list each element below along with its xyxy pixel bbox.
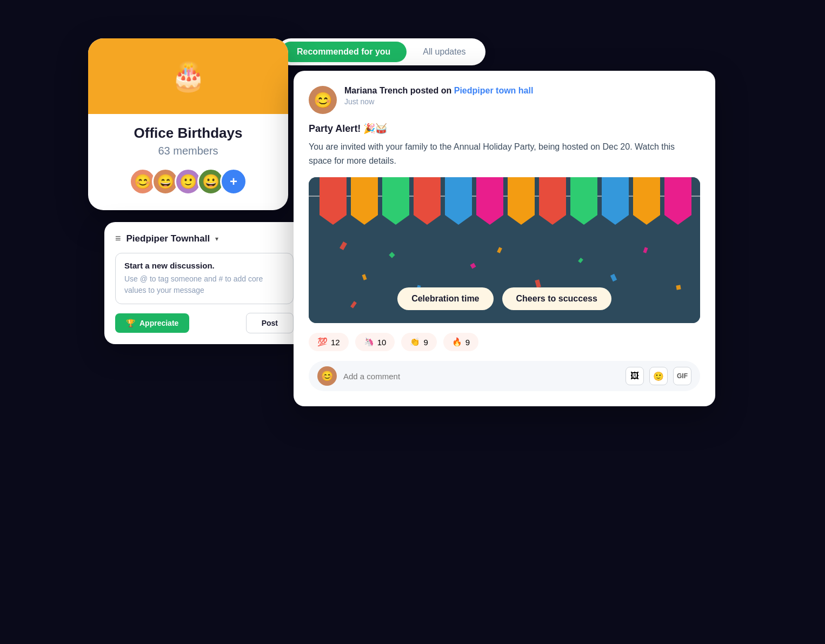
reaction-100[interactable]: 💯 12 (309, 333, 349, 351)
feed-card: 😊 Mariana Trench posted on Piedpiper tow… (294, 71, 715, 406)
gif-icon: GIF (677, 372, 688, 380)
commenter-avatar: 😊 (317, 366, 337, 386)
post-author: Mariana Trench posted on Piedpiper town … (344, 86, 533, 96)
birthdays-card-header: 🎂 (88, 38, 288, 114)
cake-icon: 🎂 (171, 60, 206, 93)
add-photo-icon: 🖼 (630, 371, 639, 381)
reaction-clap-emoji: 👏 (410, 337, 420, 347)
svg-marker-23 (570, 177, 597, 225)
discussion-heading: Start a new discussion. (124, 261, 284, 270)
svg-marker-21 (508, 177, 535, 225)
svg-marker-26 (664, 177, 691, 225)
party-banner: Celebration time Cheers to scuccess (309, 177, 700, 323)
member-avatars: 😊 😄 🙂 😀 + (101, 168, 275, 195)
reactions-row: 💯 12 🦄 10 👏 9 🔥 9 (309, 333, 700, 351)
townhall-title: Piedpiper Townhall (127, 233, 210, 244)
birthdays-card-body: Office Birthdays 63 members 😊 😄 🙂 😀 + (88, 114, 288, 210)
reaction-100-count: 12 (331, 338, 340, 347)
comment-input[interactable] (343, 372, 619, 381)
tab-all-updates[interactable]: All updates (407, 42, 482, 62)
post-time: Just now (344, 97, 533, 106)
svg-marker-15 (320, 177, 347, 225)
tab-recommended[interactable]: Recommended for you (281, 42, 407, 62)
emoji-icon: 🙂 (653, 371, 664, 381)
reaction-clap[interactable]: 👏 9 (401, 333, 436, 351)
reaction-clap-count: 9 (423, 338, 428, 347)
svg-marker-25 (633, 177, 660, 225)
svg-marker-22 (539, 177, 566, 225)
comment-icons: 🖼 🙂 GIF (626, 367, 691, 385)
member-avatar-plus[interactable]: + (220, 168, 247, 195)
discussion-hint: Use @ to tag someone and # to add core v… (124, 273, 284, 296)
emoji-button[interactable]: 🙂 (649, 367, 668, 385)
banner-tags: Celebration time Cheers to scuccess (309, 287, 700, 310)
reaction-fire-emoji: 🔥 (452, 337, 462, 347)
townhall-card: ≡ Piedpiper Townhall ▾ Start a new discu… (104, 222, 304, 344)
reaction-unicorn-emoji: 🦄 (364, 337, 374, 347)
appreciate-button[interactable]: 🏆 Appreciate (115, 313, 189, 333)
townhall-header: ≡ Piedpiper Townhall ▾ (115, 233, 294, 244)
svg-marker-20 (476, 177, 503, 225)
post-channel-link[interactable]: Piedpiper town hall (454, 86, 534, 95)
reaction-fire[interactable]: 🔥 9 (443, 333, 478, 351)
reaction-100-emoji: 💯 (317, 337, 328, 347)
birthdays-subtitle: 63 members (101, 145, 275, 157)
reaction-unicorn-count: 10 (377, 338, 387, 347)
svg-marker-19 (445, 177, 472, 225)
comment-row: 😊 🖼 🙂 GIF (309, 361, 700, 391)
post-header: 😊 Mariana Trench posted on Piedpiper tow… (309, 86, 700, 114)
reaction-fire-count: 9 (465, 338, 470, 347)
svg-marker-18 (414, 177, 441, 225)
post-meta: Mariana Trench posted on Piedpiper town … (344, 86, 533, 106)
trophy-icon: 🏆 (126, 319, 135, 327)
svg-marker-16 (351, 177, 378, 225)
reaction-unicorn[interactable]: 🦄 10 (355, 333, 395, 351)
townhall-actions: 🏆 Appreciate Post (115, 313, 294, 333)
birthdays-card: 🎂 Office Birthdays 63 members 😊 😄 🙂 😀 (88, 38, 288, 210)
tab-bar: Recommended for you All updates (277, 38, 485, 65)
post-title: Party Alert! 🎉🥁 (309, 123, 700, 135)
svg-marker-24 (602, 177, 629, 225)
post-button[interactable]: Post (246, 313, 294, 333)
discussion-box[interactable]: Start a new discussion. Use @ to tag som… (115, 253, 294, 304)
dropdown-arrow-icon[interactable]: ▾ (215, 235, 218, 243)
menu-icon: ≡ (115, 233, 121, 244)
add-photo-button[interactable]: 🖼 (626, 367, 644, 385)
svg-marker-17 (382, 177, 409, 225)
birthdays-title: Office Birthdays (101, 125, 275, 142)
post-body: You are invited with your family to the … (309, 140, 700, 167)
poster-avatar: 😊 (309, 86, 337, 114)
gif-button[interactable]: GIF (673, 367, 691, 385)
banner-tag-cheers[interactable]: Cheers to scuccess (502, 287, 611, 310)
banner-tag-celebration[interactable]: Celebration time (397, 287, 493, 310)
